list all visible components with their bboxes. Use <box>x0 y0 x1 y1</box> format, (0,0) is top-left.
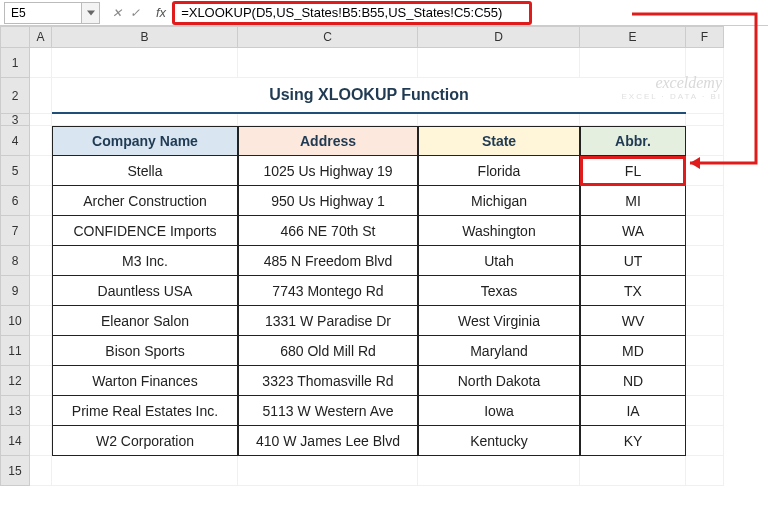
cell-d13[interactable]: Iowa <box>418 396 580 426</box>
table-header-abbr: Abbr. <box>580 126 686 156</box>
cell-e6[interactable]: MI <box>580 186 686 216</box>
cell-e14[interactable]: KY <box>580 426 686 456</box>
table-header-state: State <box>418 126 580 156</box>
cell-c10[interactable]: 1331 W Paradise Dr <box>238 306 418 336</box>
row-header-3[interactable]: 3 <box>0 114 30 126</box>
cell-b6[interactable]: Archer Construction <box>52 186 238 216</box>
cell-d5[interactable]: Florida <box>418 156 580 186</box>
sheet-title: Using XLOOKUP Function <box>52 78 686 114</box>
cell-b5[interactable]: Stella <box>52 156 238 186</box>
cell-c11[interactable]: 680 Old Mill Rd <box>238 336 418 366</box>
cell-b7[interactable]: CONFIDENCE Imports <box>52 216 238 246</box>
row-header-1[interactable]: 1 <box>0 48 30 78</box>
col-header-b[interactable]: B <box>52 26 238 48</box>
cell-d9[interactable]: Texas <box>418 276 580 306</box>
row-header-14[interactable]: 14 <box>0 426 30 456</box>
name-box-dropdown[interactable] <box>82 2 100 24</box>
cell-b10[interactable]: Eleanor Salon <box>52 306 238 336</box>
cell-e5[interactable]: FL <box>580 156 686 186</box>
formula-input[interactable] <box>172 1 532 25</box>
name-box[interactable]: E5 <box>4 2 82 24</box>
row-header-11[interactable]: 11 <box>0 336 30 366</box>
row-header-5[interactable]: 5 <box>0 156 30 186</box>
cell-d7[interactable]: Washington <box>418 216 580 246</box>
cell-c8[interactable]: 485 N Freedom Blvd <box>238 246 418 276</box>
cell-e11[interactable]: MD <box>580 336 686 366</box>
cell-c13[interactable]: 5113 W Western Ave <box>238 396 418 426</box>
fx-label[interactable]: fx <box>156 5 166 20</box>
cell-d8[interactable]: Utah <box>418 246 580 276</box>
col-header-e[interactable]: E <box>580 26 686 48</box>
col-header-c[interactable]: C <box>238 26 418 48</box>
cell-b11[interactable]: Bison Sports <box>52 336 238 366</box>
cell-b12[interactable]: Warton Finances <box>52 366 238 396</box>
col-header-d[interactable]: D <box>418 26 580 48</box>
cell-b14[interactable]: W2 Corporation <box>52 426 238 456</box>
cell-b13[interactable]: Prime Real Estates Inc. <box>52 396 238 426</box>
row-header-13[interactable]: 13 <box>0 396 30 426</box>
row-header-2[interactable]: 2 <box>0 78 30 114</box>
watermark-subtext: EXCEL · DATA · BI <box>621 92 722 101</box>
row-header-7[interactable]: 7 <box>0 216 30 246</box>
table-header-company: Company Name <box>52 126 238 156</box>
cell-e8[interactable]: UT <box>580 246 686 276</box>
formula-toolbar-icons: ✕ ✓ <box>106 6 146 20</box>
cell-d6[interactable]: Michigan <box>418 186 580 216</box>
cell-b9[interactable]: Dauntless USA <box>52 276 238 306</box>
table-header-address: Address <box>238 126 418 156</box>
cell-e13[interactable]: IA <box>580 396 686 426</box>
enter-icon[interactable]: ✓ <box>130 6 140 20</box>
watermark: exceldemy EXCEL · DATA · BI <box>621 74 722 101</box>
select-all-corner[interactable] <box>0 26 30 48</box>
cell-d14[interactable]: Kentucky <box>418 426 580 456</box>
col-header-a[interactable]: A <box>30 26 52 48</box>
cell-c12[interactable]: 3323 Thomasville Rd <box>238 366 418 396</box>
row-header-4[interactable]: 4 <box>0 126 30 156</box>
cell-e7[interactable]: WA <box>580 216 686 246</box>
cell-c7[interactable]: 466 NE 70th St <box>238 216 418 246</box>
cell-d11[interactable]: Maryland <box>418 336 580 366</box>
cell-c5[interactable]: 1025 Us Highway 19 <box>238 156 418 186</box>
chevron-down-icon <box>87 10 95 16</box>
cell-d10[interactable]: West Virginia <box>418 306 580 336</box>
formula-bar-row: E5 ✕ ✓ fx <box>0 0 768 26</box>
row-header-6[interactable]: 6 <box>0 186 30 216</box>
row-header-8[interactable]: 8 <box>0 246 30 276</box>
cell-c14[interactable]: 410 W James Lee Blvd <box>238 426 418 456</box>
row-header-12[interactable]: 12 <box>0 366 30 396</box>
cell-b8[interactable]: M3 Inc. <box>52 246 238 276</box>
row-header-9[interactable]: 9 <box>0 276 30 306</box>
cell-d12[interactable]: North Dakota <box>418 366 580 396</box>
row-header-10[interactable]: 10 <box>0 306 30 336</box>
cancel-icon[interactable]: ✕ <box>112 6 122 20</box>
cell-e9[interactable]: TX <box>580 276 686 306</box>
cell-e10[interactable]: WV <box>580 306 686 336</box>
watermark-text: exceldemy <box>621 74 722 92</box>
cell-e12[interactable]: ND <box>580 366 686 396</box>
row-header-15[interactable]: 15 <box>0 456 30 486</box>
cell-c6[interactable]: 950 Us Highway 1 <box>238 186 418 216</box>
cell-c9[interactable]: 7743 Montego Rd <box>238 276 418 306</box>
col-header-f[interactable]: F <box>686 26 724 48</box>
